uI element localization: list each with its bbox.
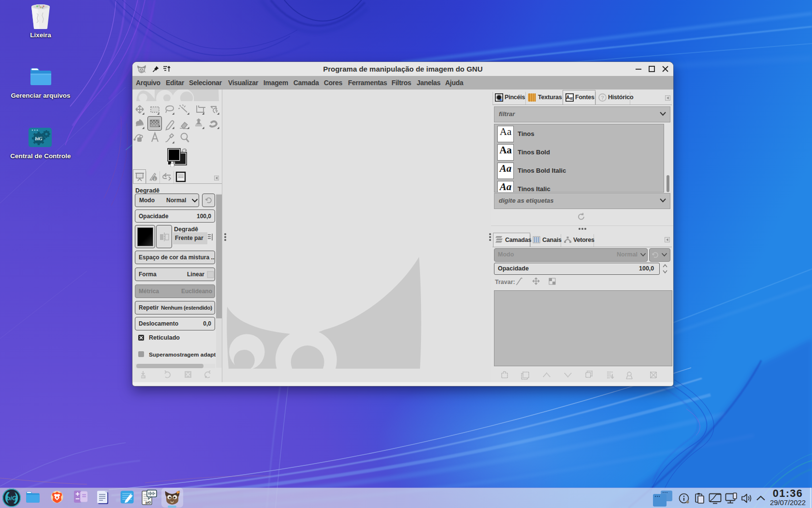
svg-text:biG: biG xyxy=(35,136,43,141)
svg-text:α: α xyxy=(570,95,573,101)
svg-text:?: ? xyxy=(601,95,604,101)
svg-text:biG: biG xyxy=(7,495,17,502)
svg-text:A: A xyxy=(566,95,569,100)
